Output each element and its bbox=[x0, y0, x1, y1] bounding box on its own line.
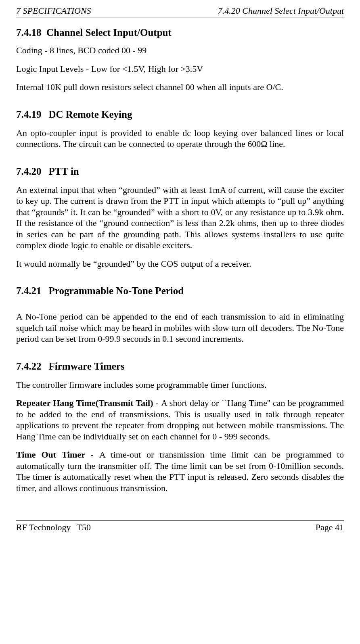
running-footer: RF TechnologyT50 Page 41 bbox=[16, 522, 344, 541]
heading-7-4-20: 7.4.20PTT in bbox=[16, 166, 344, 177]
footer-right: Page 41 bbox=[316, 522, 344, 533]
para-7-4-18-3: Internal 10K pull down resistors select … bbox=[16, 82, 344, 93]
heading-7-4-19: 7.4.19DC Remote Keying bbox=[16, 109, 344, 120]
footer-rule bbox=[16, 520, 344, 521]
heading-num: 7.4.22 bbox=[16, 361, 42, 372]
section-7-4-22: 7.4.22Firmware Timers The controller fir… bbox=[16, 361, 344, 494]
section-7-4-21: 7.4.21Programmable No-Tone Period A No-T… bbox=[16, 285, 344, 345]
heading-num: 7.4.18 bbox=[16, 27, 42, 38]
para-7-4-22-2: Repeater Hang Time(Transmit Tail) - A sh… bbox=[16, 397, 344, 442]
heading-num: 7.4.20 bbox=[16, 166, 42, 177]
heading-title: PTT in bbox=[49, 166, 79, 177]
para-7-4-19-1: An opto-coupler input is provided to ena… bbox=[16, 128, 344, 150]
heading-title: Programmable No-Tone Period bbox=[49, 285, 184, 296]
heading-7-4-21: 7.4.21Programmable No-Tone Period bbox=[16, 285, 344, 297]
heading-title: DC Remote Keying bbox=[49, 109, 132, 120]
header-left: 7 SPECIFICATIONS bbox=[16, 6, 91, 16]
para-7-4-20-2: It would normally be “grounded” by the C… bbox=[16, 258, 344, 270]
label-repeater-hang-time: Repeater Hang Time(Transmit Tail) - bbox=[16, 398, 161, 408]
section-7-4-18: 7.4.18 Channel Select Input/Output Codin… bbox=[16, 27, 344, 93]
page: 7 SPECIFICATIONS 7.4.20 Channel Select I… bbox=[0, 0, 360, 644]
heading-7-4-22: 7.4.22Firmware Timers bbox=[16, 361, 344, 372]
para-7-4-22-3: Time Out Timer - A time-out or transmiss… bbox=[16, 449, 344, 493]
para-7-4-20-1: An external input that when “grounded” w… bbox=[16, 184, 344, 251]
heading-7-4-18: 7.4.18 Channel Select Input/Output bbox=[16, 27, 344, 38]
header-right: 7.4.20 Channel Select Input/Output bbox=[218, 6, 344, 16]
para-7-4-18-2: Logic Input Levels - Low for <1.5V, High… bbox=[16, 63, 344, 75]
section-7-4-19: 7.4.19DC Remote Keying An opto-coupler i… bbox=[16, 109, 344, 150]
header-rule bbox=[16, 17, 344, 17]
heading-title: Channel Select Input/Output bbox=[46, 27, 172, 38]
heading-num: 7.4.21 bbox=[16, 285, 42, 297]
heading-num: 7.4.19 bbox=[16, 109, 42, 120]
footer-left-b: T50 bbox=[77, 522, 91, 532]
para-7-4-22-1: The controller firmware includes some pr… bbox=[16, 379, 344, 391]
footer-left: RF TechnologyT50 bbox=[16, 522, 91, 533]
running-header: 7 SPECIFICATIONS 7.4.20 Channel Select I… bbox=[16, 0, 344, 16]
para-7-4-21-1: A No-Tone period can be appended to the … bbox=[16, 311, 344, 345]
para-7-4-18-1: Coding - 8 lines, BCD coded 00 - 99 bbox=[16, 45, 344, 56]
section-7-4-20: 7.4.20PTT in An external input that when… bbox=[16, 166, 344, 270]
label-time-out-timer: Time Out Timer - bbox=[16, 450, 99, 460]
heading-title: Firmware Timers bbox=[49, 361, 125, 372]
footer-left-a: RF Technology bbox=[16, 522, 71, 532]
